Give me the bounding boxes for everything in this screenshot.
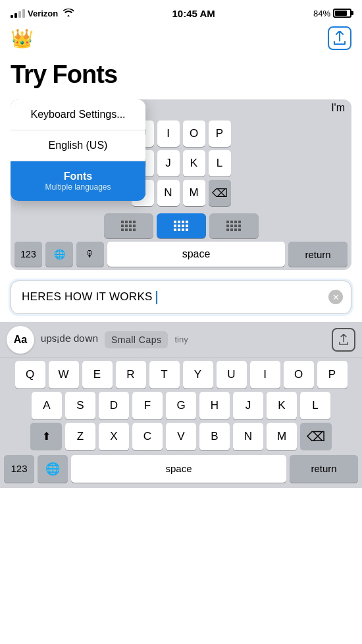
dropdown-fonts[interactable]: Fonts Multiple languages (11, 161, 145, 201)
fk-F[interactable]: F (132, 392, 163, 419)
key-M[interactable]: M (183, 180, 205, 206)
time-label: 10:45 AM (172, 8, 215, 19)
fk-space-key[interactable]: space (71, 455, 286, 483)
fk-row-3: ⬆ Z X C V B N M ⌫ (4, 423, 358, 450)
fk-N[interactable]: N (233, 423, 263, 450)
autocomplete-suggestion[interactable]: I'm (331, 102, 345, 114)
wifi-icon (63, 9, 74, 18)
fk-V[interactable]: V (166, 423, 196, 450)
fk-Y[interactable]: Y (183, 361, 213, 389)
fk-return-key[interactable]: return (290, 455, 358, 483)
font-aa-button[interactable]: Aa (7, 326, 34, 354)
fk-row-2: A S D F G H J K L (4, 392, 358, 419)
key-L[interactable]: L (209, 150, 231, 176)
dropdown-settings[interactable]: Keyboard Settings... (11, 99, 145, 130)
fk-delete[interactable]: ⌫ (300, 423, 332, 450)
crown-icon: 👑 (11, 28, 34, 49)
kbd-sel-default[interactable] (104, 213, 153, 238)
key-N[interactable]: N (157, 180, 180, 206)
fk-num-key[interactable]: 123 (4, 455, 34, 483)
fk-R[interactable]: R (116, 361, 146, 389)
fk-G[interactable]: G (166, 392, 196, 419)
fk-M[interactable]: M (267, 423, 297, 450)
fk-row-1: Q W E R T Y U I O P (4, 361, 358, 389)
bar4 (22, 9, 25, 18)
fk-A[interactable]: A (32, 392, 62, 419)
keyboard-toolbar: 123 🌐 🎙 space return (11, 242, 351, 267)
fk-K[interactable]: K (267, 392, 297, 419)
input-text: HERES HOW IT WORKS (22, 290, 153, 303)
fk-Z[interactable]: Z (65, 423, 95, 450)
status-bar: Verizon 10:45 AM 84% (0, 0, 362, 24)
key-J[interactable]: J (157, 150, 180, 176)
keyboard-selector-row (11, 213, 351, 238)
battery-fill (335, 11, 347, 16)
fk-shift[interactable]: ⬆ (30, 423, 62, 450)
text-cursor (156, 291, 157, 304)
fk-E[interactable]: E (82, 361, 113, 389)
font-key-rows: Q W E R T Y U I O P A S D F G H J K L ⬆ … (0, 358, 362, 455)
upsidedown-option[interactable]: uʍop əp!sdn (41, 334, 98, 346)
fk-D[interactable]: D (99, 392, 129, 419)
key-K[interactable]: K (183, 150, 205, 176)
fk-globe-key[interactable]: 🌐 (38, 455, 68, 483)
tiny-option[interactable]: tiny (174, 335, 188, 344)
keyboard-dropdown: Keyboard Settings... English (US) Fonts … (11, 99, 145, 201)
clear-button[interactable]: ✕ (328, 290, 343, 304)
fk-W[interactable]: W (49, 361, 79, 389)
fk-H[interactable]: H (199, 392, 230, 419)
key-I[interactable]: I (157, 121, 180, 147)
return-key[interactable]: return (288, 242, 348, 267)
share-button[interactable] (328, 26, 351, 50)
bar2 (14, 13, 17, 18)
num-key[interactable]: 123 (14, 242, 42, 267)
font-share-button[interactable] (332, 328, 355, 352)
bar3 (18, 11, 21, 18)
status-right: 84% (313, 9, 351, 18)
top-bar: 👑 (0, 24, 362, 55)
fk-U[interactable]: U (217, 361, 247, 389)
space-key[interactable]: space (107, 242, 285, 267)
text-input-area[interactable]: HERES HOW IT WORKS ✕ (11, 281, 351, 314)
fk-T[interactable]: T (149, 361, 180, 389)
carrier-label: Verizon (28, 9, 58, 18)
kbd-sel-other[interactable] (209, 213, 259, 238)
mic-key[interactable]: 🎙 (76, 242, 104, 267)
fk-J[interactable]: J (233, 392, 263, 419)
fk-C[interactable]: C (132, 423, 163, 450)
signal-bars (11, 9, 25, 18)
battery-icon (333, 9, 351, 18)
font-keyboard: Aa uʍop əp!sdn Small Caps tiny Q W E R T… (0, 322, 362, 488)
fk-P[interactable]: P (317, 361, 348, 389)
dropdown-english[interactable]: English (US) (11, 130, 145, 161)
globe-key[interactable]: 🌐 (45, 242, 73, 267)
bar1 (11, 15, 13, 18)
fk-X[interactable]: X (99, 423, 129, 450)
keyboard-switcher-area: I'm U I O P H J K L B N M ⌫ (11, 99, 351, 270)
key-P[interactable]: P (209, 121, 231, 147)
status-left: Verizon (11, 9, 74, 18)
fk-L[interactable]: L (300, 392, 330, 419)
fk-B[interactable]: B (199, 423, 230, 450)
battery-percentage: 84% (313, 9, 330, 18)
page-title: Try Fonts (0, 55, 362, 99)
smallcaps-option[interactable]: Small Caps (105, 331, 168, 348)
fk-S[interactable]: S (65, 392, 95, 419)
fk-Q[interactable]: Q (15, 361, 45, 389)
kbd-sel-active[interactable] (157, 213, 206, 238)
key-O[interactable]: O (183, 121, 205, 147)
fk-I[interactable]: I (250, 361, 280, 389)
fk-O[interactable]: O (284, 361, 314, 389)
key-delete[interactable]: ⌫ (209, 180, 231, 206)
font-options-bar: Aa uʍop əp!sdn Small Caps tiny (0, 322, 362, 358)
font-keyboard-toolbar: 123 🌐 space return (0, 455, 362, 485)
